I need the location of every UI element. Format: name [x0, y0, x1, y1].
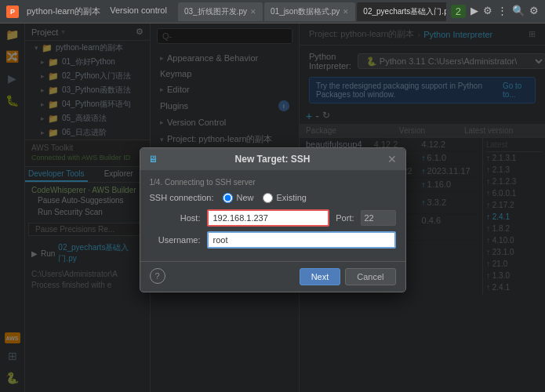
radio-existing[interactable]: [263, 193, 273, 203]
editor-tabs: 03_折线图开发.py ✕ 01_json数据格式.py ✕ 02_pyecha…: [178, 2, 446, 21]
dialog-header: 🖥 New Target: SSH ✕: [140, 148, 405, 170]
tab-2-label: 02_pyecharts基础入门.py: [363, 6, 445, 17]
ssh-conn-label: SSH connection:: [150, 193, 214, 202]
cancel-button[interactable]: Cancel: [345, 268, 395, 285]
host-input[interactable]: [207, 209, 330, 227]
settings-gear-icon[interactable]: ⚙: [529, 5, 539, 18]
tab-1-close[interactable]: ✕: [343, 8, 349, 16]
port-label: Port:: [336, 213, 354, 223]
next-button[interactable]: Next: [300, 268, 341, 285]
tab-0[interactable]: 03_折线图开发.py ✕: [178, 2, 263, 21]
menu-project[interactable]: python-learn的副本: [24, 4, 104, 19]
dialog-icon: 🖥: [148, 154, 158, 165]
tab-1[interactable]: 01_json数据格式.py ✕: [264, 2, 355, 21]
dialog-body: 1/4. Connecting to SSH server SSH connec…: [140, 170, 405, 261]
tab-1-label: 01_json数据格式.py: [271, 6, 340, 17]
dialog-footer: ? Next Cancel: [140, 261, 405, 292]
tab-0-label: 03_折线图开发.py: [184, 6, 247, 17]
username-row: Username:: [150, 231, 396, 249]
tab-0-close[interactable]: ✕: [250, 8, 256, 16]
radio-existing-label[interactable]: Existing: [263, 193, 307, 203]
radio-new-text: New: [236, 193, 253, 202]
dialog-subtitle: 1/4. Connecting to SSH server: [150, 178, 396, 187]
ssh-connection-radio-group: SSH connection: New Existing: [150, 193, 396, 203]
ssh-dialog: 🖥 New Target: SSH ✕ 1/4. Connecting to S…: [140, 147, 406, 292]
radio-new-label[interactable]: New: [223, 193, 253, 203]
toolbar-actions: 2 ▶ ⚙ ⋮ 🔍 ⚙: [451, 5, 539, 18]
host-label: Host:: [150, 213, 201, 223]
top-bar: P python-learn的副本 Version control 03_折线图…: [0, 0, 545, 24]
app-logo: P: [6, 5, 19, 18]
port-input[interactable]: [361, 210, 396, 226]
menu-vcs[interactable]: Version control: [107, 4, 170, 19]
radio-existing-text: Existing: [276, 193, 307, 202]
radio-new[interactable]: [223, 193, 233, 203]
menu-bar: python-learn的副本 Version control: [24, 4, 170, 19]
search-button[interactable]: 🔍: [512, 5, 525, 18]
run-button[interactable]: ▶: [471, 5, 478, 18]
debug-button[interactable]: ⚙: [483, 5, 492, 18]
dialog-close-button[interactable]: ✕: [387, 153, 397, 165]
username-label: Username:: [150, 235, 201, 245]
dialog-title: New Target: SSH: [235, 154, 311, 165]
username-input[interactable]: [207, 231, 396, 249]
dialog-help-icon[interactable]: ?: [150, 268, 165, 284]
more-button[interactable]: ⋮: [497, 5, 507, 18]
host-row: Host: Port:: [150, 209, 396, 227]
run-count-badge: 2: [451, 5, 466, 18]
dialog-overlay: 🖥 New Target: SSH ✕ 1/4. Connecting to S…: [0, 24, 545, 392]
tab-2[interactable]: 02_pyecharts基础入门.py ✕: [357, 2, 445, 21]
